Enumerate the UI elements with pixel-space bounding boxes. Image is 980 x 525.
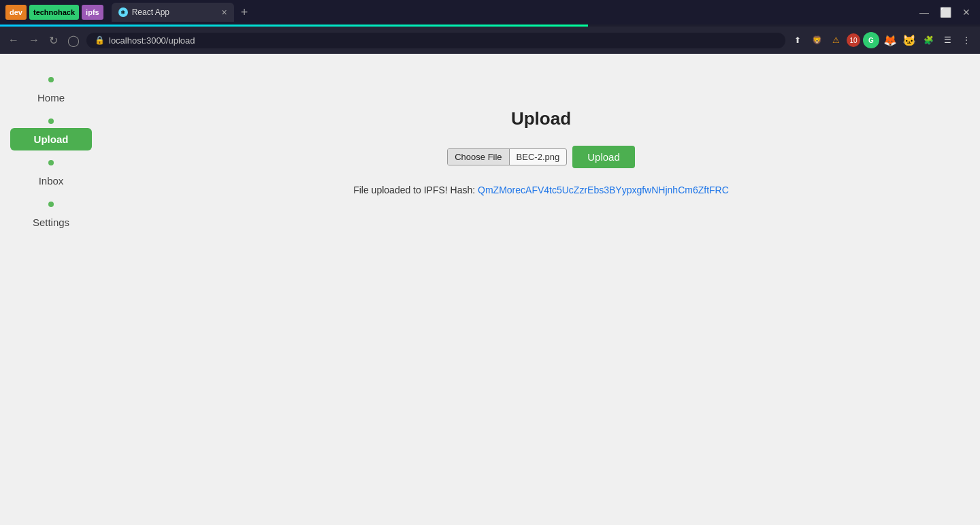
sidebar: Home Upload Inbox Settings <box>0 54 102 525</box>
warning-icon[interactable]: ⚠ <box>828 32 844 48</box>
upload-button[interactable]: Upload <box>572 146 635 168</box>
upload-title: Upload <box>511 108 571 129</box>
toolbar-icons: ⬆ 🦁 ⚠ 10 G 🦊 🐱 🧩 ☰ ⋮ <box>789 32 975 48</box>
window-restore-button[interactable]: ⬜ <box>936 5 956 19</box>
counter-badge[interactable]: 10 <box>847 33 860 47</box>
new-tab-button[interactable]: + <box>237 5 252 20</box>
sidebar-item-upload[interactable]: Upload <box>10 128 92 150</box>
sidebar-item-settings[interactable]: Settings <box>10 211 92 234</box>
menu-icon[interactable]: ⋮ <box>958 32 975 48</box>
ipfs-hash-link[interactable]: QmZMorecAFV4tc5UcZzrEbs3BYypxgfwNHjnhCm6… <box>478 185 729 195</box>
tab-pill-technohack-label: technohack <box>33 8 75 16</box>
lock-icon: 🔒 <box>95 35 105 45</box>
brave-icon[interactable]: 🦁 <box>808 32 825 48</box>
tab-favicon: ⚛ <box>118 7 128 17</box>
sidebar-dot-settings <box>48 202 54 207</box>
tab-pill-ipfs-label: ipfs <box>86 8 99 16</box>
file-input-wrapper[interactable]: Choose File BEC-2.png <box>447 148 567 165</box>
window-close-button[interactable]: ✕ <box>958 5 975 19</box>
tab-pill-dev[interactable]: dev <box>5 5 27 20</box>
address-bar-input-wrap[interactable]: 🔒 localhost:3000/upload <box>86 33 785 48</box>
back-button[interactable]: ← <box>5 33 22 48</box>
sidebar-dot-inbox <box>48 160 54 165</box>
browser-window: dev technohack ipfs ⚛ React App × + — ⬜ … <box>0 0 980 525</box>
sidebar-home-label: Home <box>37 92 65 104</box>
tab-close-button[interactable]: × <box>221 7 227 17</box>
profile-icon[interactable]: G <box>863 32 879 48</box>
main-area: Upload Choose File BEC-2.png Upload File… <box>102 54 980 525</box>
address-bar: ← → ↻ ◯ 🔒 localhost:3000/upload ⬆ 🦁 ⚠ 10… <box>0 27 980 54</box>
upload-form: Choose File BEC-2.png Upload <box>447 146 635 168</box>
window-minimize-button[interactable]: — <box>915 5 933 19</box>
tab-pill-ipfs[interactable]: ipfs <box>82 5 103 20</box>
sidebar-inbox-label: Inbox <box>39 175 64 187</box>
tab-pill-technohack[interactable]: technohack <box>29 5 79 20</box>
page-content: Home Upload Inbox Settings Upload Choose… <box>0 54 980 525</box>
sidebar-settings-label: Settings <box>33 217 69 228</box>
choose-file-button[interactable]: Choose File <box>448 149 509 165</box>
upload-container: Upload Choose File BEC-2.png Upload File… <box>353 108 729 195</box>
cat-icon[interactable]: 🐱 <box>901 32 917 48</box>
puzzle-icon[interactable]: 🧩 <box>920 32 936 48</box>
sidebar-upload-label: Upload <box>34 133 69 145</box>
tab-bar: dev technohack ipfs ⚛ React App × + — ⬜ … <box>0 0 980 25</box>
fox-icon[interactable]: 🦊 <box>882 32 898 48</box>
file-name-display: BEC-2.png <box>510 149 567 165</box>
refresh-button[interactable]: ↻ <box>46 33 61 48</box>
active-browser-tab[interactable]: ⚛ React App × <box>112 3 234 22</box>
address-text[interactable]: localhost:3000/upload <box>109 35 777 46</box>
sidebar-item-inbox[interactable]: Inbox <box>10 170 92 192</box>
bookmarks-button[interactable]: ◯ <box>65 33 82 48</box>
forward-button[interactable]: → <box>26 33 42 48</box>
sidebar-item-home[interactable]: Home <box>10 86 92 109</box>
ipfs-result: File uploaded to IPFS! Hash: QmZMorecAFV… <box>353 185 729 195</box>
share-icon[interactable]: ⬆ <box>789 32 806 48</box>
result-prefix: File uploaded to IPFS! Hash: <box>353 185 475 195</box>
tab-favicon-icon: ⚛ <box>120 10 125 16</box>
sidebar-dot-upload <box>48 118 54 124</box>
tab-title: React App <box>132 7 218 17</box>
window-controls: — ⬜ ✕ <box>915 5 975 19</box>
sidebar-toggle-icon[interactable]: ☰ <box>939 32 956 48</box>
tab-pill-dev-label: dev <box>10 8 22 16</box>
sidebar-dot-home <box>48 77 54 82</box>
